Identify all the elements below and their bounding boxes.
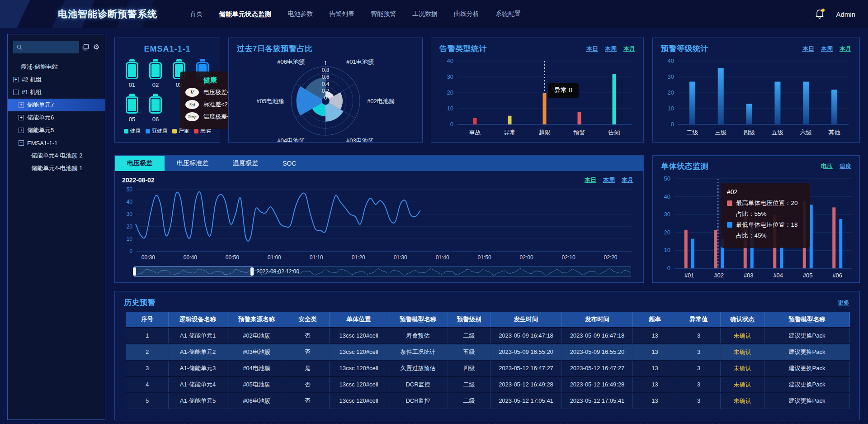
table-row[interactable]: 3A1-储能单元3#04电池簇是13csc 120#cell久置过放预估四级20…: [126, 360, 850, 376]
nav-item-曲线分析[interactable]: 曲线分析: [454, 10, 479, 18]
link-本日[interactable]: 本日: [586, 45, 598, 53]
tree-item[interactable]: 储能单元4-电池簇 2: [8, 149, 105, 162]
battery-06[interactable]: 06: [149, 94, 162, 123]
tree-guide-line: [21, 99, 21, 144]
svg-text:0: 0: [671, 121, 674, 128]
svg-text:#03: #03: [744, 272, 754, 279]
tree-item[interactable]: −#1 机组: [8, 86, 105, 99]
svg-text:#01电池簇: #01电池簇: [346, 58, 374, 65]
search-box[interactable]: [13, 41, 79, 53]
table-cell: 13: [633, 328, 677, 344]
table-cell: 未确认: [721, 360, 764, 376]
tree-item[interactable]: −EMSA1-1-1: [8, 137, 105, 149]
tree-item-label: #1 机组: [22, 88, 42, 96]
tooltip-title: #02: [727, 188, 804, 195]
table-cell: 未确认: [721, 393, 764, 409]
nav-item-电池参数[interactable]: 电池参数: [288, 10, 313, 18]
link-本日[interactable]: 本日: [585, 176, 596, 184]
table-cell: 1: [126, 328, 169, 344]
link-本日[interactable]: 本日: [802, 45, 814, 53]
tree-item[interactable]: +#2 机组: [8, 73, 105, 86]
cell-chart-tooltip: #02 最高单体电压位置：20占比：55%最低单体电压位置：18占比：45%: [721, 183, 810, 248]
nav-item-告警列表[interactable]: 告警列表: [329, 10, 354, 18]
battery-02[interactable]: 02: [149, 59, 162, 88]
datazoom-handle-right[interactable]: [250, 267, 254, 276]
nav-item-智能预警[interactable]: 智能预警: [371, 10, 396, 18]
table-row[interactable]: 1A1-储能单元1#02电池簇否13csc 120#cell寿命预估二级2023…: [126, 328, 850, 344]
datazoom-handle-left[interactable]: [133, 267, 136, 276]
svg-text:0: 0: [450, 121, 453, 128]
expand-plus-icon[interactable]: +: [13, 77, 19, 82]
table-row[interactable]: 5A1-储能单元5#06电池簇否13csc 120#cellDCR监控二级202…: [126, 393, 850, 409]
table-row[interactable]: 2A1-储能单元2#03电池簇否13csc 120#cell条件工况统计五级20…: [126, 344, 850, 360]
tree-item[interactable]: +储能单元7: [8, 99, 105, 111]
battery-label: 05: [129, 116, 135, 123]
voltage-trend-line-chart[interactable]: 0102030405000:3000:4000:5001:0001:1001:2…: [122, 185, 637, 263]
svg-text:40: 40: [668, 57, 674, 64]
table-cell: 2023-05-12 16:49:28: [562, 376, 633, 393]
svg-text:#04: #04: [773, 272, 783, 279]
warn-ratio-polar-chart[interactable]: 00.20.40.60.81#01电池簇#02电池簇#03电池簇#04电池簇#0…: [229, 54, 422, 142]
svg-text:六级: 六级: [800, 129, 812, 136]
svg-text:02:00: 02:00: [520, 254, 533, 261]
expand-plus-icon[interactable]: +: [19, 102, 24, 108]
svg-text:四级: 四级: [743, 129, 755, 136]
collapse-layers-icon[interactable]: [82, 44, 89, 51]
tab-SOC[interactable]: SOC: [270, 156, 308, 171]
table-cell: DCR监控: [388, 393, 448, 409]
svg-text:01:40: 01:40: [436, 254, 449, 261]
unit-panel-title: EMSA1-1-1: [115, 44, 220, 54]
svg-text:10: 10: [668, 105, 674, 112]
link-温度[interactable]: 温度: [840, 162, 851, 171]
link-本月[interactable]: 本月: [622, 176, 633, 184]
gear-icon[interactable]: ⚙: [93, 43, 99, 51]
tab-电压标准差[interactable]: 电压标准差: [165, 156, 221, 171]
notification-bell-icon[interactable]: [815, 9, 824, 19]
table-header-row: 序号逻辑设备名称预警来源名称安全类单体位置预警模型名称预警级别发生时间发布时间频…: [126, 312, 850, 328]
alarm-type-panel: 告警类型统计 本日本周本月 010203040事故异常越限预警告知 异常 0: [431, 38, 644, 143]
datazoom-selected-region[interactable]: [134, 267, 252, 276]
nav-item-储能单元状态监测[interactable]: 储能单元状态监测: [219, 10, 271, 19]
link-本月[interactable]: 本月: [840, 45, 851, 53]
svg-text:二级: 二级: [686, 129, 698, 136]
nav-item-系统配置[interactable]: 系统配置: [495, 10, 521, 18]
table-header-cell: 发布时间: [562, 312, 633, 328]
tree-item[interactable]: +储能单元5: [8, 124, 105, 137]
battery-label: 02: [152, 81, 159, 88]
alarm-type-bar-chart[interactable]: 010203040事故异常越限预警告知: [431, 54, 643, 138]
link-本月[interactable]: 本月: [623, 45, 635, 53]
tab-温度极差[interactable]: 温度极差: [221, 156, 270, 171]
search-input[interactable]: [25, 44, 75, 51]
expand-plus-icon[interactable]: +: [19, 115, 24, 120]
tooltip-text: 占比：45%: [736, 232, 767, 240]
collapse-minus-icon[interactable]: −: [19, 140, 24, 146]
user-name[interactable]: Admin: [836, 10, 855, 18]
svg-text:10: 10: [127, 236, 133, 242]
tree-item[interactable]: +储能单元6: [8, 111, 105, 124]
svg-text:00:40: 00:40: [184, 254, 197, 261]
link-本周[interactable]: 本周: [821, 45, 833, 53]
table-cell: 13: [633, 393, 677, 409]
v-pill-icon: V: [185, 88, 199, 97]
tab-电压极差[interactable]: 电压极差: [115, 156, 165, 171]
nav-item-首页[interactable]: 首页: [190, 10, 203, 18]
collapse-minus-icon[interactable]: −: [13, 90, 19, 95]
link-电压[interactable]: 电压: [821, 162, 833, 171]
tree-item[interactable]: 储能单元4-电池簇 1: [8, 162, 105, 175]
link-本周[interactable]: 本周: [603, 176, 615, 184]
nav-item-工况数据[interactable]: 工况数据: [412, 10, 438, 18]
link-本周[interactable]: 本周: [605, 45, 617, 53]
search-icon: [17, 44, 22, 50]
table-header-cell: 预警来源名称: [227, 312, 286, 328]
datazoom-slider[interactable]: 2022-08-02 12:00: [134, 266, 631, 277]
tree-item-label: #2 机组: [22, 76, 42, 84]
tree-item[interactable]: 霞浦-储能电站: [8, 61, 105, 73]
more-link[interactable]: 更多: [838, 299, 849, 307]
expand-plus-icon[interactable]: +: [19, 128, 24, 133]
battery-01[interactable]: 01: [126, 59, 138, 88]
cell-status-panel: 单体状态监测 电压温度 01020304050#01#02#03#04#05#0…: [652, 155, 860, 283]
battery-05[interactable]: 05: [126, 94, 138, 123]
table-cell: 是: [286, 360, 330, 376]
table-row[interactable]: 4A1-储能单元4#05电池簇否13csc 120#cellDCR监控二级202…: [126, 376, 850, 393]
warn-level-bar-chart[interactable]: 010203040二级三级四级五级六级其他: [653, 54, 859, 138]
